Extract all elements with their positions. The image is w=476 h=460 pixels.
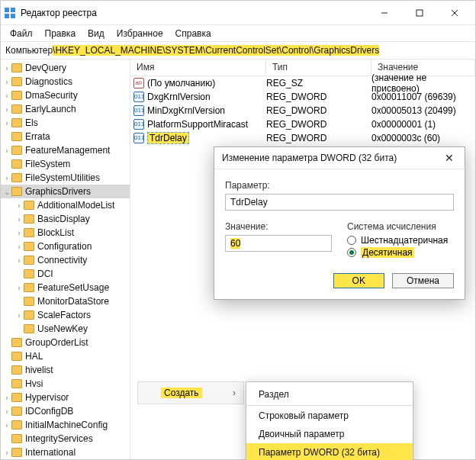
folder-icon bbox=[24, 256, 34, 265]
expand-caret-icon[interactable]: › bbox=[14, 311, 24, 320]
tree-node[interactable]: HAL bbox=[1, 349, 130, 363]
tree-node[interactable]: ›Diagnostics bbox=[1, 75, 130, 88]
address-bar[interactable]: Компьютер\HKEY_LOCAL_MACHINE\SYSTEM\Curr… bbox=[1, 42, 475, 60]
folder-icon bbox=[11, 379, 22, 388]
tree-node[interactable]: IntegrityServices bbox=[1, 432, 130, 446]
tree-node[interactable]: ›Configuration bbox=[1, 240, 130, 253]
svg-rect-5 bbox=[416, 10, 423, 16]
expand-caret-icon[interactable]: › bbox=[2, 119, 11, 127]
value-type: REG_DWORD bbox=[266, 119, 371, 130]
expand-caret-icon[interactable]: › bbox=[14, 229, 24, 237]
context-item-binary[interactable]: Двоичный параметр bbox=[246, 425, 413, 443]
expand-caret-icon[interactable]: › bbox=[14, 256, 24, 265]
tree-node[interactable]: ›FileSystemUtilities bbox=[1, 171, 130, 185]
tree-panel[interactable]: ›DevQuery›Diagnostics›DmaSecurity›EarlyL… bbox=[1, 60, 130, 459]
col-type[interactable]: Тип bbox=[266, 60, 371, 76]
folder-icon bbox=[24, 228, 34, 237]
tree-node[interactable]: ›IDConfigDB bbox=[1, 404, 130, 418]
expand-caret-icon[interactable]: › bbox=[2, 449, 11, 457]
dialog-titlebar: Изменение параметра DWORD (32 бита) ✕ bbox=[214, 147, 465, 169]
menu-view[interactable]: Вид bbox=[82, 27, 111, 40]
tree-node[interactable]: MonitorDataStore bbox=[1, 294, 130, 308]
tree-label: DmaSecurity bbox=[25, 90, 78, 101]
ok-button[interactable]: OK bbox=[333, 273, 384, 288]
tree-node[interactable]: ⌄GraphicsDrivers bbox=[1, 185, 130, 198]
expand-caret-icon[interactable]: › bbox=[14, 215, 24, 224]
value-row[interactable]: ab(По умолчанию)REG_SZ(значение не присв… bbox=[130, 76, 475, 90]
close-button[interactable] bbox=[437, 1, 472, 25]
expand-caret-icon[interactable]: › bbox=[2, 421, 11, 429]
folder-icon bbox=[11, 393, 22, 402]
context-item-string[interactable]: Строковый параметр bbox=[246, 405, 413, 425]
tree-node[interactable]: ›BasicDisplay bbox=[1, 212, 130, 226]
context-create-item[interactable]: Создать › bbox=[137, 381, 244, 404]
tree-node[interactable]: ›DmaSecurity bbox=[1, 88, 130, 102]
tree-node[interactable]: UseNewKey bbox=[1, 322, 130, 336]
tree-node[interactable]: ›ScaleFactors bbox=[1, 308, 130, 322]
expand-caret-icon[interactable]: › bbox=[2, 407, 11, 416]
folder-icon bbox=[24, 214, 34, 224]
context-item-key[interactable]: Раздел bbox=[246, 385, 413, 404]
radio-hex[interactable]: Шестнадцатеричная bbox=[347, 235, 454, 246]
expand-caret-icon[interactable]: › bbox=[2, 146, 11, 155]
expand-caret-icon[interactable]: › bbox=[14, 284, 24, 292]
value-data: 0x00011007 (69639) bbox=[371, 92, 475, 102]
tree-node[interactable]: FileSystem bbox=[1, 157, 130, 171]
tree-label: BasicDisplay bbox=[37, 214, 90, 224]
tree-node[interactable]: ›DevQuery bbox=[1, 61, 130, 75]
menu-favorites[interactable]: Избранное bbox=[111, 27, 169, 40]
tree-label: BlockList bbox=[37, 227, 74, 238]
menu-help[interactable]: Справка bbox=[169, 27, 217, 40]
value-type: REG_DWORD bbox=[266, 133, 371, 143]
tree-node[interactable]: ›InitialMachineConfig bbox=[1, 418, 130, 432]
expand-caret-icon[interactable]: › bbox=[14, 201, 24, 210]
col-name[interactable]: Имя bbox=[130, 60, 266, 76]
expand-caret-icon[interactable]: › bbox=[2, 64, 11, 72]
minimize-button[interactable] bbox=[367, 1, 402, 25]
value-input[interactable]: 60 bbox=[225, 235, 332, 252]
value-type: REG_DWORD bbox=[266, 92, 371, 102]
tree-node[interactable]: DCI bbox=[1, 267, 130, 281]
value-row[interactable]: 011DxgKrnlVersionREG_DWORD0x00011007 (69… bbox=[130, 90, 475, 104]
tree-node[interactable]: ›BlockList bbox=[1, 226, 130, 240]
radio-hex-label: Шестнадцатеричная bbox=[361, 235, 448, 246]
param-name-field[interactable]: TdrDelay bbox=[225, 194, 454, 211]
folder-icon bbox=[11, 434, 22, 443]
expand-caret-icon[interactable]: › bbox=[2, 92, 11, 100]
tree-node[interactable]: ›AdditionalModeList bbox=[1, 198, 130, 212]
value-row[interactable]: 011MinDxgKrnlVersionREG_DWORD0x00005013 … bbox=[130, 104, 475, 117]
value-data: 0x00005013 (20499) bbox=[371, 105, 475, 116]
tree-node[interactable]: Errata bbox=[1, 130, 130, 143]
maximize-button[interactable] bbox=[402, 1, 437, 25]
value-row[interactable]: 011TdrDelayREG_DWORD0x0000003c (60) bbox=[130, 131, 475, 145]
tree-node[interactable]: ›International bbox=[1, 446, 130, 459]
tree-label: MonitorDataStore bbox=[37, 296, 109, 307]
expand-caret-icon[interactable]: › bbox=[2, 394, 11, 402]
tree-node[interactable]: ›Els bbox=[1, 116, 130, 130]
tree-node[interactable]: ›EarlyLaunch bbox=[1, 102, 130, 116]
folder-icon bbox=[11, 159, 22, 169]
tree-node[interactable]: ›Connectivity bbox=[1, 253, 130, 267]
folder-icon bbox=[11, 365, 22, 375]
expand-caret-icon[interactable]: › bbox=[2, 105, 11, 114]
cancel-button[interactable]: Отмена bbox=[392, 273, 454, 288]
tree-node[interactable]: GroupOrderList bbox=[1, 336, 130, 349]
expand-caret-icon[interactable]: › bbox=[2, 174, 11, 182]
radio-dec[interactable]: Десятичная bbox=[347, 247, 454, 258]
expand-caret-icon[interactable]: › bbox=[14, 243, 24, 251]
tree-node[interactable]: ›Hypervisor bbox=[1, 391, 130, 404]
tree-node[interactable]: ›FeatureManagement bbox=[1, 143, 130, 157]
expand-caret-icon[interactable]: › bbox=[2, 78, 11, 86]
tree-label: UseNewKey bbox=[37, 323, 88, 334]
context-item-dword32[interactable]: Параметр DWORD (32 бита) bbox=[246, 443, 413, 460]
menu-edit[interactable]: Правка bbox=[39, 27, 82, 40]
menu-file[interactable]: Файл bbox=[4, 27, 39, 40]
dialog-close-button[interactable]: ✕ bbox=[442, 152, 457, 164]
expand-caret-icon[interactable]: ⌄ bbox=[2, 188, 11, 196]
tree-label: EarlyLaunch bbox=[25, 104, 76, 114]
tree-node[interactable]: ›FeatureSetUsage bbox=[1, 281, 130, 294]
tree-node[interactable]: hivelist bbox=[1, 363, 130, 377]
tree-node[interactable]: Hvsi bbox=[1, 377, 130, 391]
value-row[interactable]: 011PlatformSupportMiracastREG_DWORD0x000… bbox=[130, 117, 475, 131]
tree-label: Errata bbox=[25, 131, 50, 142]
